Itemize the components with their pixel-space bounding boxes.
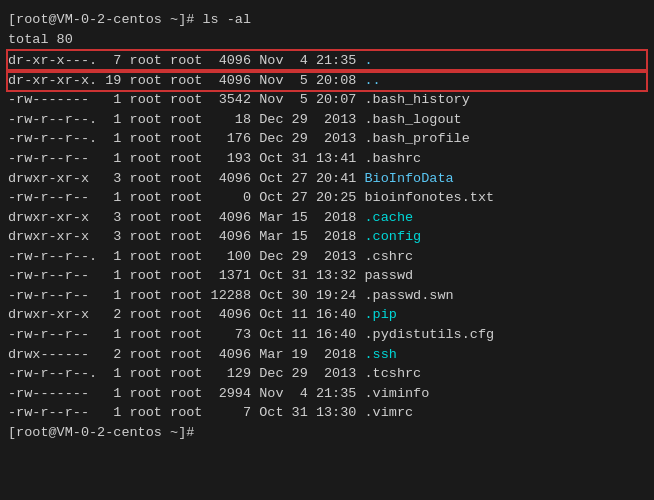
file-month: Oct [251,266,283,286]
file-links: 1 [97,110,121,130]
file-perms: -rw------- [8,90,97,110]
file-name: .viminfo [356,384,429,404]
file-month: Oct [251,403,283,423]
file-row: -rw-r--r-- 1 root root 193 Oct 31 13:41 … [8,149,646,169]
file-month: Dec [251,129,283,149]
file-month: Oct [251,305,283,325]
file-row: -rw-r--r--. 1 root root 100 Dec 29 2013 … [8,247,646,267]
file-name: .pip [356,305,397,325]
file-links: 1 [97,286,121,306]
file-owner: root [121,364,162,384]
file-row: dr-xr-x---. 7 root root 4096 Nov 4 21:35… [8,51,646,71]
file-perms: -rw-r--r--. [8,247,97,267]
file-month: Mar [251,208,283,228]
file-group: root [162,325,203,345]
file-size: 0 [202,188,251,208]
file-group: root [162,90,203,110]
file-row: drwxr-xr-x 3 root root 4096 Mar 15 2018 … [8,227,646,247]
file-day: 31 [283,149,307,169]
file-row: drwx------ 2 root root 4096 Mar 19 2018 … [8,345,646,365]
file-time: 2013 [308,129,357,149]
file-row: -rw-r--r--. 1 root root 129 Dec 29 2013 … [8,364,646,384]
file-time: 21:35 [308,384,357,404]
file-perms: -rw-r--r-- [8,188,97,208]
file-perms: dr-xr-x---. [8,51,97,71]
file-perms: dr-xr-xr-x. [8,71,97,91]
file-name: .bashrc [356,149,421,169]
file-size: 100 [202,247,251,267]
file-links: 3 [97,169,121,189]
file-row: -rw------- 1 root root 2994 Nov 4 21:35 … [8,384,646,404]
file-row: -rw-r--r--. 1 root root 176 Dec 29 2013 … [8,129,646,149]
file-name: . [356,51,372,71]
file-time: 2013 [308,364,357,384]
file-name: bioinfonotes.txt [356,188,494,208]
file-month: Oct [251,286,283,306]
file-size: 4096 [202,305,251,325]
file-month: Oct [251,149,283,169]
file-owner: root [121,403,162,423]
file-owner: root [121,169,162,189]
file-name: .vimrc [356,403,413,423]
file-links: 2 [97,305,121,325]
file-time: 2018 [308,208,357,228]
file-owner: root [121,227,162,247]
file-row: -rw-r--r-- 1 root root 73 Oct 11 16:40 .… [8,325,646,345]
file-month: Dec [251,247,283,267]
file-day: 5 [283,90,307,110]
file-month: Mar [251,227,283,247]
file-time: 13:30 [308,403,357,423]
file-size: 73 [202,325,251,345]
file-name: BioInfoData [356,169,453,189]
file-size: 176 [202,129,251,149]
file-size: 2994 [202,384,251,404]
file-group: root [162,227,203,247]
file-links: 7 [97,51,121,71]
file-name: passwd [356,266,413,286]
file-owner: root [121,90,162,110]
file-perms: -rw-r--r-- [8,149,97,169]
file-month: Oct [251,325,283,345]
file-time: 2013 [308,247,357,267]
file-time: 13:32 [308,266,357,286]
file-row: drwxr-xr-x 3 root root 4096 Mar 15 2018 … [8,208,646,228]
file-owner: root [121,305,162,325]
file-time: 2018 [308,345,357,365]
file-links: 1 [97,129,121,149]
file-day: 11 [283,305,307,325]
file-name: .. [356,71,380,91]
file-group: root [162,384,203,404]
file-name: .pydistutils.cfg [356,325,494,345]
file-links: 1 [97,266,121,286]
prompt-line-top: [root@VM-0-2-centos ~]# ls -al [8,10,646,30]
prompt-top: [root@VM-0-2-centos ~]# ls -al [8,10,251,30]
file-links: 3 [97,208,121,228]
file-size: 129 [202,364,251,384]
file-size: 12288 [202,286,251,306]
file-owner: root [121,384,162,404]
file-time: 13:41 [308,149,357,169]
file-time: 16:40 [308,305,357,325]
file-month: Mar [251,345,283,365]
file-name: .cache [356,208,413,228]
file-perms: drwxr-xr-x [8,305,97,325]
file-size: 1371 [202,266,251,286]
file-size: 18 [202,110,251,130]
file-day: 4 [283,51,307,71]
file-links: 1 [97,149,121,169]
file-name: .ssh [356,345,397,365]
file-day: 29 [283,364,307,384]
file-day: 15 [283,208,307,228]
prompt-line-bottom: [root@VM-0-2-centos ~]# [8,423,646,443]
file-row: -rw------- 1 root root 3542 Nov 5 20:07 … [8,90,646,110]
file-perms: -rw------- [8,384,97,404]
file-row: -rw-r--r--. 1 root root 18 Dec 29 2013 .… [8,110,646,130]
file-links: 1 [97,403,121,423]
file-day: 29 [283,110,307,130]
file-row: -rw-r--r-- 1 root root 1371 Oct 31 13:32… [8,266,646,286]
file-group: root [162,266,203,286]
file-time: 2013 [308,110,357,130]
file-name: .config [356,227,421,247]
file-time: 20:25 [308,188,357,208]
file-name: .passwd.swn [356,286,453,306]
